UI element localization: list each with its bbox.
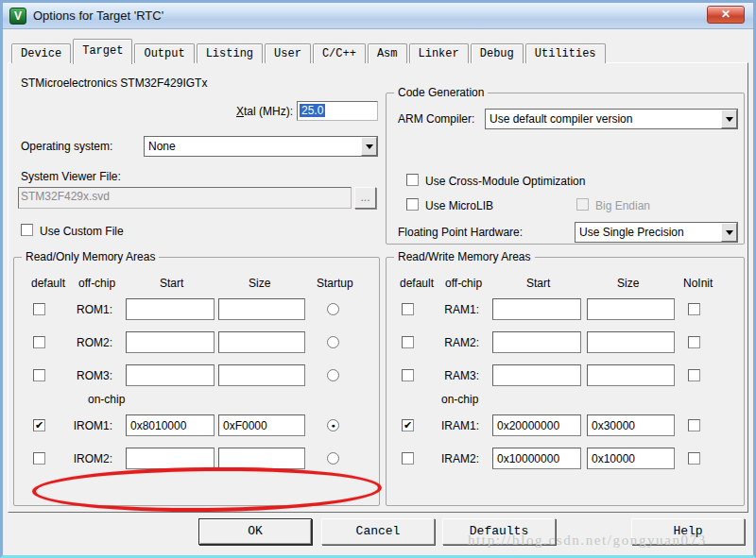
tab-target[interactable]: Target [73,39,132,64]
titlebar[interactable]: V Options for Target 'RTC' ✕ [3,3,753,29]
tab-output[interactable]: Output [134,43,194,63]
cancel-button[interactable]: Cancel [321,518,435,545]
iram2-noinit-checkbox[interactable] [688,452,700,465]
ram2-noinit-checkbox[interactable] [688,336,700,348]
irom2-start-input[interactable] [126,448,215,469]
rom2-start-input[interactable] [126,331,215,353]
defaults-button[interactable]: Defaults [442,518,556,545]
read-write-memory-areas-group: Read/Write Memory Areas default off-chip… [386,257,745,506]
rom3-default-checkbox[interactable] [33,369,45,381]
ram1-size-input[interactable] [587,298,675,320]
col-startup-header: Startup [317,277,353,290]
read-only-title: Read/Only Memory Areas [22,250,159,263]
rom3-start-input[interactable] [126,364,215,386]
tab-asm[interactable]: Asm [368,43,407,63]
tab-linker[interactable]: Linker [409,43,469,63]
tab-device[interactable]: Device [11,43,71,63]
iram1-size-input[interactable] [587,414,675,436]
xtal-input[interactable]: 25.0 [297,101,378,121]
read-write-onchip-label: on-chip [441,393,478,406]
cross-module-checkbox[interactable] [406,174,419,186]
col-size-header: Size [249,277,270,290]
iram2-start-input[interactable] [492,448,581,469]
rom2-startup-radio[interactable] [327,336,339,348]
rom1-label: ROM1: [61,303,112,316]
iram2-default-checkbox[interactable] [402,452,414,465]
chevron-down-icon[interactable] [361,137,377,156]
iram1-noinit-checkbox[interactable] [688,419,700,431]
tab-listing[interactable]: Listing [197,43,263,63]
ram1-row: RAM1: [387,298,744,321]
irom1-startup-radio[interactable]: ● [327,419,339,431]
rom1-size-input[interactable] [218,298,305,320]
tab-user[interactable]: User [265,43,311,63]
rom2-row: ROM2: [14,331,379,354]
use-custom-file-label: Use Custom File [40,225,124,238]
code-generation-title: Code Generation [394,86,488,99]
rom3-row: ROM3: [14,364,379,387]
ram1-noinit-checkbox[interactable] [688,303,700,315]
ram3-size-input[interactable] [587,364,675,386]
ram1-start-input[interactable] [492,298,581,320]
irom1-start-input[interactable] [126,414,215,436]
irom2-startup-radio[interactable] [327,452,339,465]
rom1-default-checkbox[interactable] [33,303,45,315]
irom1-default-checkbox[interactable]: ✔ [33,419,45,431]
rom3-label: ROM3: [61,369,112,382]
tab-utilities[interactable]: Utilities [525,43,606,63]
window-title: Options for Target 'RTC' [33,8,163,23]
iram2-size-input[interactable] [587,448,675,469]
tab-bar: Device Target Output Listing User C/C++ … [11,38,608,63]
big-endian-label: Big Endian [595,199,650,212]
tab-ccpp[interactable]: C/C++ [313,43,366,63]
operating-system-label: Operating system: [21,140,112,153]
chevron-down-icon[interactable] [721,110,737,128]
cross-module-label: Use Cross-Module Optimization [425,175,585,188]
arm-compiler-label: ARM Compiler: [398,112,474,126]
irom2-default-checkbox[interactable] [33,452,45,465]
operating-system-select[interactable]: None [144,136,378,157]
chevron-down-icon[interactable] [721,223,737,242]
ram2-size-input[interactable] [587,331,675,353]
col-noinit-header: NoInit [683,277,713,290]
ram3-default-checkbox[interactable] [402,369,414,381]
code-generation-group: Code Generation ARM Compiler: Use defaul… [386,93,745,245]
ram2-default-checkbox[interactable] [402,336,414,348]
ram1-default-checkbox[interactable] [402,303,414,315]
operating-system-value: None [145,140,361,153]
col-default-header: default [400,277,434,290]
ram3-label: RAM3: [428,369,479,382]
microlib-checkbox[interactable] [406,198,419,211]
read-write-title: Read/Write Memory Areas [394,250,535,263]
irom1-size-input[interactable] [218,414,305,436]
microlib-label: Use MicroLIB [425,199,493,212]
options-for-target-dialog: V Options for Target 'RTC' ✕ Device Targ… [0,0,756,558]
rom3-size-input[interactable] [218,364,305,386]
close-icon[interactable]: ✕ [707,6,745,24]
ram2-start-input[interactable] [492,331,581,353]
xtal-label: Xtal (MHz): [197,105,293,118]
floating-point-hardware-value: Use Single Precision [576,226,721,239]
tab-debug[interactable]: Debug [471,43,524,63]
keil-uvision-icon: V [9,8,26,25]
iram1-start-input[interactable] [492,414,581,436]
rom2-default-checkbox[interactable] [33,336,45,348]
ram3-start-input[interactable] [492,364,581,386]
rom1-start-input[interactable] [126,298,215,320]
rom2-size-input[interactable] [218,331,305,353]
col-size-header: Size [617,277,639,290]
irom2-size-input[interactable] [218,448,305,469]
rom3-startup-radio[interactable] [327,369,339,381]
ram3-noinit-checkbox[interactable] [688,369,700,381]
floating-point-hardware-label: Floating Point Hardware: [398,226,523,239]
help-button[interactable]: Help [631,518,745,545]
col-start-header: Start [160,277,183,290]
arm-compiler-select[interactable]: Use default compiler version [485,109,738,129]
iram1-default-checkbox[interactable]: ✔ [402,419,414,431]
browse-button[interactable]: ... [354,187,376,209]
rom1-startup-radio[interactable] [327,303,339,315]
device-name-label: STMicroelectronics STM32F429IGTx [21,76,207,90]
floating-point-hardware-select[interactable]: Use Single Precision [575,222,738,243]
ok-button[interactable]: OK [198,518,312,545]
use-custom-file-checkbox[interactable] [21,224,33,236]
